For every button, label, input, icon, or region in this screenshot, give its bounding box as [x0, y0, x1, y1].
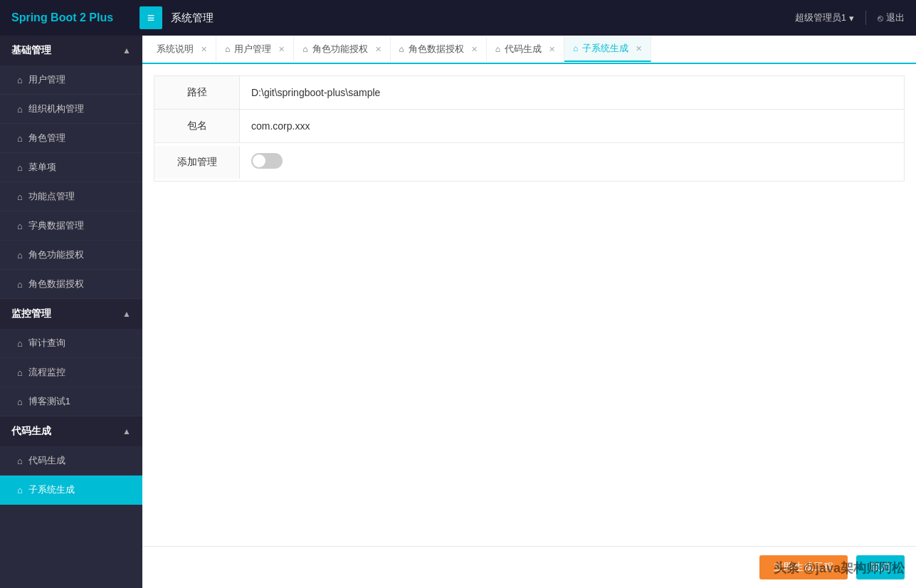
- tab-user-mgmt-close[interactable]: ✕: [278, 45, 285, 54]
- sidebar-item-dict-label: 字典数据管理: [28, 219, 84, 232]
- sidebar-group-monitor-arrow: ▲: [122, 309, 131, 319]
- sidebar-item-blog-test-label: 博客测试1: [28, 395, 70, 408]
- sidebar-group-monitor-label: 监控管理: [11, 308, 51, 320]
- user-arrow-icon: ▾: [849, 13, 854, 23]
- user-menu[interactable]: 超级管理员1 ▾: [795, 11, 854, 24]
- header-right: 超级管理员1 ▾ ⎋ 退出: [795, 11, 905, 25]
- sidebar-group-basic-arrow: ▲: [122, 46, 131, 56]
- bottom-bar: 立即生成工程 取消: [142, 546, 916, 588]
- header-divider: [865, 11, 866, 25]
- sidebar-group-basic[interactable]: 基础管理 ▲: [0, 36, 142, 65]
- header: Spring Boot 2 Plus ≡ 系统管理 超级管理员1 ▾ ⎋ 退出: [0, 0, 916, 36]
- logout-icon: ⎋: [878, 13, 883, 23]
- app-logo: Spring Boot 2 Plus: [11, 11, 139, 24]
- home-icon: ⌂: [17, 104, 23, 115]
- tab-subsystem-gen-icon: ⌂: [573, 43, 578, 53]
- sidebar-item-user-mgmt-label: 用户管理: [28, 73, 65, 86]
- tab-role-func-auth[interactable]: ⌂ 角色功能授权 ✕: [294, 36, 390, 62]
- tab-subsystem-gen[interactable]: ⌂ 子系统生成 ✕: [564, 36, 651, 62]
- sidebar-item-org-mgmt[interactable]: ⌂ 组织机构管理: [0, 95, 142, 124]
- sidebar-group-monitor[interactable]: 监控管理 ▲: [0, 299, 142, 329]
- toggle-track: [251, 153, 283, 169]
- form-label-package: 包名: [154, 110, 240, 142]
- sidebar-group-codegen-arrow: ▲: [122, 426, 131, 436]
- generate-button[interactable]: 立即生成工程: [759, 555, 848, 579]
- sidebar-group-codegen[interactable]: 代码生成 ▲: [0, 416, 142, 446]
- sidebar-item-role-func-auth-label: 角色功能授权: [28, 248, 84, 261]
- tab-role-data-auth-close[interactable]: ✕: [471, 45, 478, 54]
- sidebar-item-blog-test[interactable]: ⌂ 博客测试1: [0, 387, 142, 416]
- tab-role-data-auth[interactable]: ⌂ 角色数据授权 ✕: [391, 36, 487, 62]
- form-value-package: com.corp.xxx: [240, 110, 904, 142]
- sidebar-item-dict[interactable]: ⌂ 字典数据管理: [0, 211, 142, 241]
- home-icon: ⌂: [17, 250, 23, 261]
- logout-label: 退出: [886, 11, 905, 24]
- sidebar-item-role-data-auth[interactable]: ⌂ 角色数据授权: [0, 270, 142, 299]
- form-content: 路径 D:\git\springboot-plus\sample 包名 com.…: [142, 64, 916, 546]
- form-row-package: 包名 com.corp.xxx: [154, 109, 905, 143]
- home-icon: ⌂: [17, 456, 23, 466]
- sidebar-group-codegen-label: 代码生成: [11, 425, 51, 438]
- home-icon: ⌂: [17, 279, 23, 290]
- tab-subsystem-gen-close[interactable]: ✕: [636, 44, 642, 53]
- tab-role-func-auth-icon: ⌂: [302, 44, 307, 54]
- sidebar-item-menu[interactable]: ⌂ 菜单项: [0, 153, 142, 182]
- tabs-bar: 系统说明 ✕ ⌂ 用户管理 ✕ ⌂ 角色功能授权 ✕ ⌂ 角色数据授权 ✕ ⌂ …: [142, 36, 916, 64]
- sidebar-item-role-mgmt[interactable]: ⌂ 角色管理: [0, 124, 142, 153]
- sidebar-item-subsystem-gen-label: 子系统生成: [28, 483, 75, 496]
- tab-codegen-close[interactable]: ✕: [549, 45, 555, 54]
- cancel-button[interactable]: 取消: [856, 555, 905, 579]
- tab-role-func-auth-close[interactable]: ✕: [375, 45, 381, 54]
- sidebar-item-user-mgmt[interactable]: ⌂ 用户管理: [0, 65, 142, 95]
- tab-codegen-icon: ⌂: [495, 44, 500, 54]
- sidebar-item-function-point[interactable]: ⌂ 功能点管理: [0, 182, 142, 211]
- sidebar: 基础管理 ▲ ⌂ 用户管理 ⌂ 组织机构管理 ⌂ 角色管理 ⌂ 菜单项 ⌂ 功能…: [0, 36, 142, 588]
- home-icon: ⌂: [17, 397, 23, 407]
- sidebar-item-menu-label: 菜单项: [28, 161, 56, 174]
- home-icon: ⌂: [17, 191, 23, 202]
- tab-user-mgmt[interactable]: ⌂ 用户管理 ✕: [216, 36, 294, 62]
- username-label: 超级管理员1: [795, 11, 846, 24]
- logout-button[interactable]: ⎋ 退出: [878, 11, 905, 24]
- form-value-add-mgmt: [240, 143, 904, 181]
- sidebar-item-audit-label: 审计查询: [28, 337, 65, 350]
- home-icon: ⌂: [17, 75, 23, 85]
- tab-system-desc-label: 系统说明: [157, 43, 194, 56]
- header-title: 系统管理: [171, 11, 214, 25]
- tab-system-desc[interactable]: 系统说明 ✕: [148, 36, 216, 62]
- home-icon: ⌂: [17, 221, 23, 231]
- sidebar-item-audit[interactable]: ⌂ 审计查询: [0, 329, 142, 358]
- add-mgmt-toggle[interactable]: [251, 153, 283, 169]
- home-icon: ⌂: [17, 338, 23, 349]
- sidebar-group-basic-label: 基础管理: [11, 44, 51, 57]
- tab-codegen[interactable]: ⌂ 代码生成 ✕: [487, 36, 564, 62]
- home-icon: ⌂: [17, 162, 23, 173]
- sidebar-item-org-mgmt-label: 组织机构管理: [28, 103, 84, 115]
- sidebar-item-codegen[interactable]: ⌂ 代码生成: [0, 446, 142, 476]
- tab-system-desc-close[interactable]: ✕: [201, 45, 207, 54]
- tab-user-mgmt-icon: ⌂: [225, 44, 230, 54]
- sidebar-item-role-func-auth[interactable]: ⌂ 角色功能授权: [0, 241, 142, 270]
- form-row-add-mgmt: 添加管理: [154, 142, 905, 182]
- tab-role-data-auth-label: 角色数据授权: [409, 43, 464, 56]
- toggle-thumb: [253, 154, 265, 167]
- menu-toggle-button[interactable]: ≡: [139, 6, 162, 29]
- tab-user-mgmt-label: 用户管理: [234, 43, 271, 56]
- form-value-path: D:\git\springboot-plus\sample: [240, 77, 904, 108]
- sidebar-item-codegen-label: 代码生成: [28, 454, 65, 467]
- sidebar-item-process-monitor-label: 流程监控: [28, 366, 65, 379]
- form-label-add-mgmt: 添加管理: [154, 146, 240, 179]
- tab-subsystem-gen-label: 子系统生成: [582, 42, 628, 55]
- sidebar-item-subsystem-gen[interactable]: ⌂ 子系统生成: [0, 476, 142, 505]
- tab-role-func-auth-label: 角色功能授权: [312, 43, 368, 56]
- sidebar-item-process-monitor[interactable]: ⌂ 流程监控: [0, 358, 142, 387]
- menu-icon: ≡: [147, 11, 155, 26]
- home-icon: ⌂: [17, 367, 23, 378]
- content-area: 系统说明 ✕ ⌂ 用户管理 ✕ ⌂ 角色功能授权 ✕ ⌂ 角色数据授权 ✕ ⌂ …: [142, 36, 916, 588]
- sidebar-item-role-data-auth-label: 角色数据授权: [28, 278, 84, 290]
- tab-codegen-label: 代码生成: [505, 43, 542, 56]
- home-icon: ⌂: [17, 485, 23, 495]
- form-label-path: 路径: [154, 76, 240, 109]
- main-layout: 基础管理 ▲ ⌂ 用户管理 ⌂ 组织机构管理 ⌂ 角色管理 ⌂ 菜单项 ⌂ 功能…: [0, 36, 916, 588]
- tab-role-data-auth-icon: ⌂: [399, 44, 404, 54]
